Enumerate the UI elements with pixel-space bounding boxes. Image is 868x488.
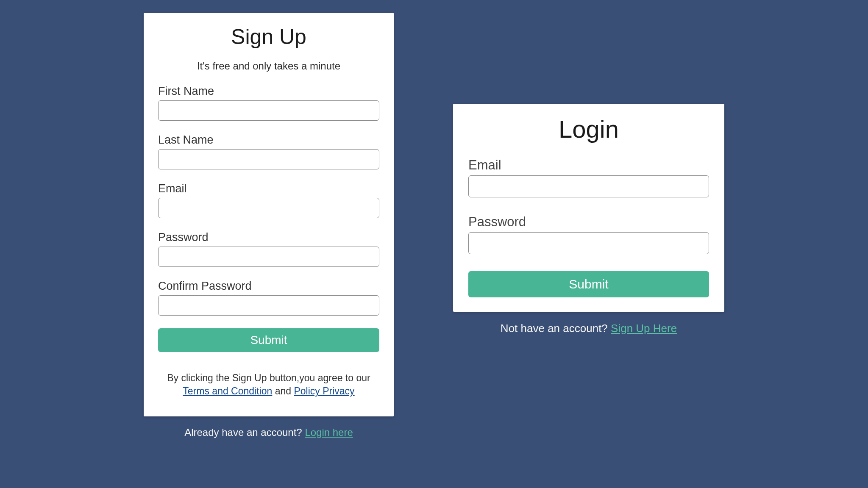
login-submit-button[interactable]: Submit <box>468 271 709 297</box>
terms-link[interactable]: Terms and Condition <box>183 385 272 396</box>
confirm-password-group: Confirm Password <box>158 280 379 316</box>
no-account-text: Not have an account? <box>501 322 611 335</box>
login-password-input[interactable] <box>468 232 709 254</box>
signup-column: Sign Up It's free and only takes a minut… <box>144 13 394 438</box>
last-name-input[interactable] <box>158 149 379 169</box>
last-name-label: Last Name <box>158 133 379 147</box>
terms-text: By clicking the Sign Up button,you agree… <box>158 372 379 398</box>
signup-email-group: Email <box>158 182 379 218</box>
login-below-text: Not have an account? Sign Up Here <box>501 322 677 335</box>
login-column: Login Email Password Submit Not have an … <box>453 104 724 335</box>
first-name-label: First Name <box>158 85 379 98</box>
login-card: Login Email Password Submit <box>453 104 724 312</box>
signup-password-label: Password <box>158 231 379 244</box>
privacy-link[interactable]: Policy Privacy <box>294 385 354 396</box>
signup-password-input[interactable] <box>158 247 379 267</box>
already-account-text: Already have an account? <box>184 427 305 438</box>
login-password-label: Password <box>468 214 709 230</box>
signup-title: Sign Up <box>158 25 379 49</box>
first-name-input[interactable] <box>158 100 379 121</box>
confirm-password-input[interactable] <box>158 295 379 316</box>
login-email-input[interactable] <box>468 175 709 197</box>
signup-subtitle: It's free and only takes a minute <box>158 60 379 72</box>
confirm-password-label: Confirm Password <box>158 280 379 293</box>
signup-email-label: Email <box>158 182 379 195</box>
login-email-label: Email <box>468 158 709 173</box>
last-name-group: Last Name <box>158 133 379 169</box>
first-name-group: First Name <box>158 85 379 121</box>
login-title: Login <box>468 115 709 143</box>
login-email-group: Email <box>468 158 709 197</box>
signup-email-input[interactable] <box>158 198 379 218</box>
signup-card: Sign Up It's free and only takes a minut… <box>144 13 394 416</box>
login-password-group: Password <box>468 214 709 254</box>
terms-pre: By clicking the Sign Up button,you agree… <box>167 372 370 383</box>
signup-submit-button[interactable]: Submit <box>158 328 379 352</box>
signup-below-text: Already have an account? Login here <box>184 427 353 438</box>
login-here-link[interactable]: Login here <box>305 427 353 438</box>
signup-here-link[interactable]: Sign Up Here <box>611 322 677 335</box>
signup-password-group: Password <box>158 231 379 267</box>
terms-mid: and <box>275 385 294 396</box>
